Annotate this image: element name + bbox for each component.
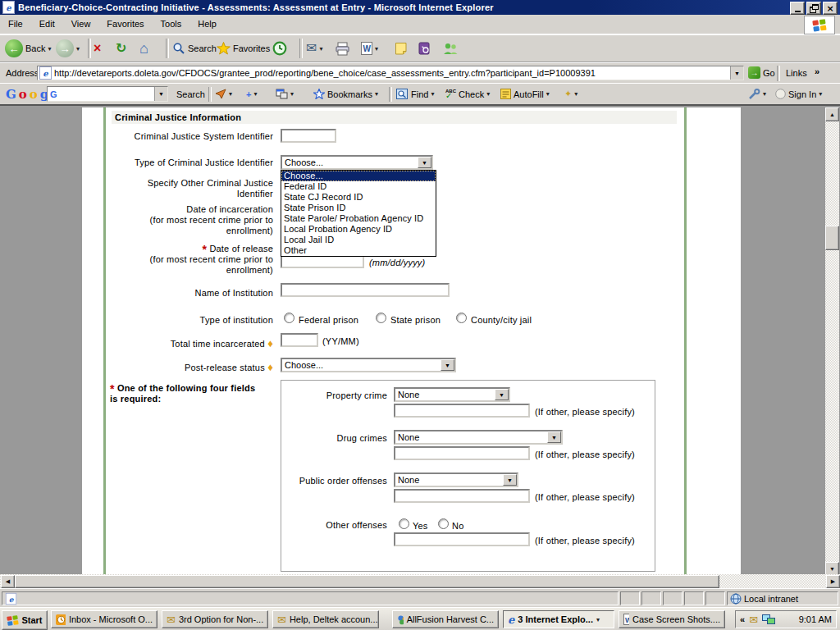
- google-search-dropdown[interactable]: ▼: [154, 87, 167, 101]
- dropdown-option[interactable]: Choose...: [281, 171, 436, 181]
- favorites-button[interactable]: Favorites: [217, 35, 270, 62]
- taskbar-item-word-doc[interactable]: W Case Screen Shots....: [619, 610, 725, 628]
- taskbar-item-internet-explorer-group[interactable]: e 3 Internet Explo... ▾: [503, 610, 614, 628]
- edit-dropdown-icon[interactable]: ▾: [375, 45, 378, 52]
- scroll-left-button[interactable]: ◀: [1, 575, 15, 588]
- tray-mail-icon[interactable]: ✉: [749, 614, 758, 626]
- radio-other-offenses-yes[interactable]: [399, 518, 409, 529]
- mail-dropdown-icon[interactable]: ▾: [319, 45, 322, 52]
- google-autofill-button[interactable]: AutoFill ▾: [500, 84, 550, 104]
- cj-system-identifier-input[interactable]: [281, 129, 336, 143]
- links-label[interactable]: Links: [786, 68, 807, 78]
- google-find-button[interactable]: Find ▾: [396, 84, 434, 104]
- google-search-input[interactable]: G ▼: [47, 86, 168, 102]
- cj-type-dropdown-list: Choose... Federal ID State CJ Record ID …: [281, 170, 436, 257]
- public-order-other-input[interactable]: [394, 489, 530, 503]
- taskbar-item-mail-1[interactable]: ✉ 3rd Option for Non-...: [162, 610, 268, 628]
- radio-state-prison[interactable]: [376, 313, 386, 323]
- dropdown-option[interactable]: State Parole/ Probation Agency ID: [281, 213, 436, 224]
- property-crime-select[interactable]: None ▼: [394, 387, 510, 402]
- google-spellcheck-button[interactable]: ABC✓ Check ▾: [445, 84, 490, 104]
- taskbar-item-allfusion[interactable]: AllFusion Harvest C...: [392, 610, 499, 628]
- drug-crimes-select[interactable]: None ▼: [394, 430, 563, 445]
- dropdown-option[interactable]: Federal ID: [281, 181, 436, 192]
- select-arrow-icon[interactable]: ▼: [547, 431, 561, 443]
- edit-with-word-button[interactable]: W ▾: [361, 35, 378, 62]
- select-arrow-icon[interactable]: ▼: [418, 157, 431, 168]
- google-sendto-button[interactable]: ▾: [215, 84, 232, 104]
- radio-federal-prison[interactable]: [284, 313, 294, 323]
- stop-icon: ×: [94, 42, 101, 55]
- dropdown-option[interactable]: State Prison ID: [281, 203, 436, 213]
- other-offenses-other-input[interactable]: [394, 532, 530, 546]
- vertical-scroll-thumb[interactable]: [825, 226, 839, 250]
- scroll-right-button[interactable]: ▶: [826, 575, 840, 588]
- close-button[interactable]: ×: [823, 2, 838, 15]
- forward-button[interactable]: → ▾: [56, 35, 80, 62]
- public-order-select[interactable]: None ▼: [394, 472, 518, 487]
- horizontal-scroll-thumb[interactable]: [15, 575, 719, 588]
- radio-other-offenses-no[interactable]: [438, 518, 449, 529]
- google-settings-button[interactable]: ▾: [748, 84, 766, 104]
- google-signin-button[interactable]: Sign In ▾: [775, 84, 822, 104]
- address-url[interactable]: http://devetareports.doleta.gov/CFDOCS/g…: [52, 68, 730, 78]
- address-input[interactable]: e http://devetareports.doleta.gov/CFDOCS…: [37, 66, 744, 80]
- messenger-button[interactable]: [443, 35, 459, 62]
- dropdown-option[interactable]: Local Probation Agency ID: [281, 224, 436, 235]
- tray-chevron-icon[interactable]: «: [740, 614, 745, 624]
- back-button[interactable]: ← Back ▾: [5, 35, 51, 62]
- start-button[interactable]: Start: [2, 610, 48, 630]
- print-button[interactable]: [335, 35, 350, 62]
- research-button[interactable]: [418, 35, 431, 62]
- search-button[interactable]: Search: [172, 35, 217, 62]
- radio-county-city-jail[interactable]: [456, 313, 467, 323]
- dropdown-option[interactable]: Local Jail ID: [281, 235, 436, 245]
- discuss-button[interactable]: [395, 35, 407, 62]
- select-arrow-icon[interactable]: ▼: [495, 389, 509, 400]
- google-bookmarks-button[interactable]: Bookmarks ▾: [313, 84, 378, 104]
- go-button[interactable]: → Go: [748, 66, 775, 79]
- title-bar: e Beneficiary-Choice-Contracting Initiat…: [0, 0, 840, 15]
- scroll-up-button[interactable]: ▲: [825, 107, 839, 121]
- property-crime-other-input[interactable]: [394, 404, 530, 418]
- post-release-select[interactable]: Choose... ▼: [281, 358, 456, 372]
- menu-file[interactable]: File: [0, 15, 31, 34]
- ie-page-icon: e: [2, 1, 15, 14]
- select-arrow-icon[interactable]: ▼: [503, 474, 517, 486]
- horizontal-scrollbar[interactable]: ◀ ▶: [0, 574, 840, 588]
- home-button[interactable]: ⌂: [139, 35, 148, 62]
- google-popup-blocker-button[interactable]: ▾: [276, 84, 294, 104]
- note-icon: [395, 43, 407, 55]
- stop-button[interactable]: ×: [94, 35, 101, 62]
- drug-crimes-other-input[interactable]: [394, 446, 530, 460]
- menu-view[interactable]: View: [63, 15, 99, 34]
- menu-help[interactable]: Help: [189, 15, 225, 34]
- taskbar-item-mail-2[interactable]: ✉ Help, Deltek accoun...: [272, 610, 379, 628]
- google-search-button[interactable]: Search: [176, 84, 205, 104]
- total-time-input[interactable]: [281, 333, 318, 347]
- dropdown-option[interactable]: State CJ Record ID: [281, 192, 436, 203]
- menu-favorites[interactable]: Favorites: [98, 15, 152, 34]
- autofill-icon: [500, 89, 511, 99]
- links-chevron-icon[interactable]: »: [815, 66, 819, 76]
- history-button[interactable]: [272, 35, 287, 62]
- address-dropdown-button[interactable]: ▼: [730, 66, 743, 80]
- menu-tools[interactable]: Tools: [153, 15, 190, 34]
- refresh-button[interactable]: ↻: [116, 35, 126, 62]
- google-add-button[interactable]: + ▾: [246, 84, 257, 104]
- dropdown-option[interactable]: Other: [281, 245, 436, 256]
- google-highlight-button[interactable]: ✦ ▾: [564, 84, 578, 104]
- back-dropdown-icon[interactable]: ▾: [48, 45, 51, 52]
- name-of-institution-input[interactable]: [281, 283, 450, 297]
- taskbar-item-outlook[interactable]: Inbox - Microsoft O...: [51, 610, 158, 628]
- cj-type-select[interactable]: Choose... ▼: [281, 155, 433, 170]
- popup-blocker-icon: [276, 89, 288, 99]
- mail-button[interactable]: ✉ ▾: [306, 35, 322, 62]
- select-arrow-icon[interactable]: ▼: [441, 359, 454, 371]
- minimize-button[interactable]: [790, 2, 805, 15]
- restore-button[interactable]: [806, 2, 821, 15]
- menu-edit[interactable]: Edit: [31, 15, 63, 34]
- vertical-scrollbar[interactable]: ▲ ▼: [825, 107, 839, 576]
- address-bar: Address e http://devetareports.doleta.go…: [0, 62, 840, 83]
- forward-dropdown-icon[interactable]: ▾: [76, 45, 80, 52]
